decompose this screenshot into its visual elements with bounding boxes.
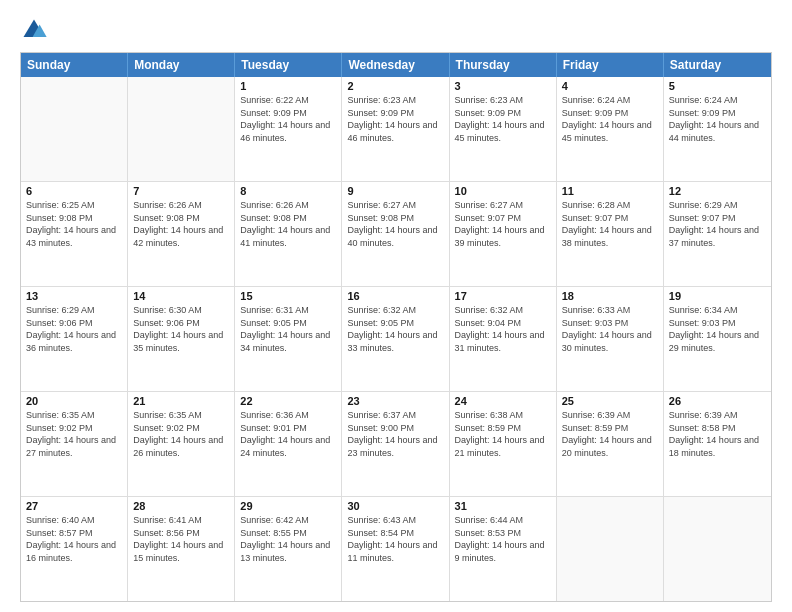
day-number: 12 <box>669 185 766 197</box>
day-info: Sunrise: 6:42 AM Sunset: 8:55 PM Dayligh… <box>240 514 336 564</box>
logo-icon <box>20 16 48 44</box>
day-info: Sunrise: 6:26 AM Sunset: 9:08 PM Dayligh… <box>240 199 336 249</box>
calendar-cell: 27Sunrise: 6:40 AM Sunset: 8:57 PM Dayli… <box>21 497 128 601</box>
day-info: Sunrise: 6:32 AM Sunset: 9:04 PM Dayligh… <box>455 304 551 354</box>
day-number: 8 <box>240 185 336 197</box>
day-number: 9 <box>347 185 443 197</box>
day-info: Sunrise: 6:44 AM Sunset: 8:53 PM Dayligh… <box>455 514 551 564</box>
calendar-cell <box>128 77 235 181</box>
day-number: 29 <box>240 500 336 512</box>
calendar-cell: 21Sunrise: 6:35 AM Sunset: 9:02 PM Dayli… <box>128 392 235 496</box>
logo <box>20 16 52 44</box>
day-number: 14 <box>133 290 229 302</box>
day-number: 27 <box>26 500 122 512</box>
calendar-cell: 25Sunrise: 6:39 AM Sunset: 8:59 PM Dayli… <box>557 392 664 496</box>
calendar-cell: 1Sunrise: 6:22 AM Sunset: 9:09 PM Daylig… <box>235 77 342 181</box>
calendar-cell: 31Sunrise: 6:44 AM Sunset: 8:53 PM Dayli… <box>450 497 557 601</box>
calendar-header: SundayMondayTuesdayWednesdayThursdayFrid… <box>21 53 771 77</box>
day-number: 24 <box>455 395 551 407</box>
header-day-sunday: Sunday <box>21 53 128 77</box>
day-number: 21 <box>133 395 229 407</box>
day-info: Sunrise: 6:22 AM Sunset: 9:09 PM Dayligh… <box>240 94 336 144</box>
calendar-cell: 30Sunrise: 6:43 AM Sunset: 8:54 PM Dayli… <box>342 497 449 601</box>
calendar-cell: 14Sunrise: 6:30 AM Sunset: 9:06 PM Dayli… <box>128 287 235 391</box>
header-day-saturday: Saturday <box>664 53 771 77</box>
day-info: Sunrise: 6:40 AM Sunset: 8:57 PM Dayligh… <box>26 514 122 564</box>
day-info: Sunrise: 6:31 AM Sunset: 9:05 PM Dayligh… <box>240 304 336 354</box>
day-number: 16 <box>347 290 443 302</box>
calendar-cell: 15Sunrise: 6:31 AM Sunset: 9:05 PM Dayli… <box>235 287 342 391</box>
day-info: Sunrise: 6:26 AM Sunset: 9:08 PM Dayligh… <box>133 199 229 249</box>
day-number: 18 <box>562 290 658 302</box>
day-number: 20 <box>26 395 122 407</box>
calendar-cell: 23Sunrise: 6:37 AM Sunset: 9:00 PM Dayli… <box>342 392 449 496</box>
day-number: 2 <box>347 80 443 92</box>
day-info: Sunrise: 6:37 AM Sunset: 9:00 PM Dayligh… <box>347 409 443 459</box>
day-number: 25 <box>562 395 658 407</box>
day-info: Sunrise: 6:23 AM Sunset: 9:09 PM Dayligh… <box>455 94 551 144</box>
day-info: Sunrise: 6:33 AM Sunset: 9:03 PM Dayligh… <box>562 304 658 354</box>
calendar-cell: 4Sunrise: 6:24 AM Sunset: 9:09 PM Daylig… <box>557 77 664 181</box>
day-info: Sunrise: 6:43 AM Sunset: 8:54 PM Dayligh… <box>347 514 443 564</box>
day-number: 22 <box>240 395 336 407</box>
day-info: Sunrise: 6:30 AM Sunset: 9:06 PM Dayligh… <box>133 304 229 354</box>
day-number: 5 <box>669 80 766 92</box>
calendar-row-5: 27Sunrise: 6:40 AM Sunset: 8:57 PM Dayli… <box>21 497 771 601</box>
day-info: Sunrise: 6:39 AM Sunset: 8:58 PM Dayligh… <box>669 409 766 459</box>
day-number: 31 <box>455 500 551 512</box>
header <box>20 16 772 44</box>
calendar-cell: 12Sunrise: 6:29 AM Sunset: 9:07 PM Dayli… <box>664 182 771 286</box>
day-info: Sunrise: 6:25 AM Sunset: 9:08 PM Dayligh… <box>26 199 122 249</box>
day-number: 26 <box>669 395 766 407</box>
header-day-friday: Friday <box>557 53 664 77</box>
calendar-cell: 5Sunrise: 6:24 AM Sunset: 9:09 PM Daylig… <box>664 77 771 181</box>
header-day-wednesday: Wednesday <box>342 53 449 77</box>
calendar-row-4: 20Sunrise: 6:35 AM Sunset: 9:02 PM Dayli… <box>21 392 771 497</box>
day-info: Sunrise: 6:24 AM Sunset: 9:09 PM Dayligh… <box>669 94 766 144</box>
day-number: 13 <box>26 290 122 302</box>
day-info: Sunrise: 6:29 AM Sunset: 9:07 PM Dayligh… <box>669 199 766 249</box>
calendar-cell: 3Sunrise: 6:23 AM Sunset: 9:09 PM Daylig… <box>450 77 557 181</box>
day-info: Sunrise: 6:28 AM Sunset: 9:07 PM Dayligh… <box>562 199 658 249</box>
day-number: 28 <box>133 500 229 512</box>
day-number: 7 <box>133 185 229 197</box>
day-info: Sunrise: 6:32 AM Sunset: 9:05 PM Dayligh… <box>347 304 443 354</box>
day-number: 1 <box>240 80 336 92</box>
calendar-cell: 2Sunrise: 6:23 AM Sunset: 9:09 PM Daylig… <box>342 77 449 181</box>
calendar-cell: 20Sunrise: 6:35 AM Sunset: 9:02 PM Dayli… <box>21 392 128 496</box>
calendar-cell: 26Sunrise: 6:39 AM Sunset: 8:58 PM Dayli… <box>664 392 771 496</box>
header-day-thursday: Thursday <box>450 53 557 77</box>
day-number: 4 <box>562 80 658 92</box>
day-number: 17 <box>455 290 551 302</box>
day-info: Sunrise: 6:34 AM Sunset: 9:03 PM Dayligh… <box>669 304 766 354</box>
header-day-monday: Monday <box>128 53 235 77</box>
calendar-cell: 10Sunrise: 6:27 AM Sunset: 9:07 PM Dayli… <box>450 182 557 286</box>
day-number: 3 <box>455 80 551 92</box>
calendar-cell: 11Sunrise: 6:28 AM Sunset: 9:07 PM Dayli… <box>557 182 664 286</box>
day-info: Sunrise: 6:35 AM Sunset: 9:02 PM Dayligh… <box>133 409 229 459</box>
calendar-cell: 8Sunrise: 6:26 AM Sunset: 9:08 PM Daylig… <box>235 182 342 286</box>
day-info: Sunrise: 6:24 AM Sunset: 9:09 PM Dayligh… <box>562 94 658 144</box>
day-info: Sunrise: 6:35 AM Sunset: 9:02 PM Dayligh… <box>26 409 122 459</box>
calendar-cell: 22Sunrise: 6:36 AM Sunset: 9:01 PM Dayli… <box>235 392 342 496</box>
page: SundayMondayTuesdayWednesdayThursdayFrid… <box>0 0 792 612</box>
calendar-cell: 17Sunrise: 6:32 AM Sunset: 9:04 PM Dayli… <box>450 287 557 391</box>
day-number: 30 <box>347 500 443 512</box>
calendar-cell: 16Sunrise: 6:32 AM Sunset: 9:05 PM Dayli… <box>342 287 449 391</box>
calendar-cell: 6Sunrise: 6:25 AM Sunset: 9:08 PM Daylig… <box>21 182 128 286</box>
day-number: 6 <box>26 185 122 197</box>
calendar-body: 1Sunrise: 6:22 AM Sunset: 9:09 PM Daylig… <box>21 77 771 601</box>
day-number: 11 <box>562 185 658 197</box>
day-number: 15 <box>240 290 336 302</box>
day-info: Sunrise: 6:23 AM Sunset: 9:09 PM Dayligh… <box>347 94 443 144</box>
calendar-row-1: 1Sunrise: 6:22 AM Sunset: 9:09 PM Daylig… <box>21 77 771 182</box>
day-info: Sunrise: 6:41 AM Sunset: 8:56 PM Dayligh… <box>133 514 229 564</box>
calendar-cell: 7Sunrise: 6:26 AM Sunset: 9:08 PM Daylig… <box>128 182 235 286</box>
day-number: 23 <box>347 395 443 407</box>
calendar-row-3: 13Sunrise: 6:29 AM Sunset: 9:06 PM Dayli… <box>21 287 771 392</box>
day-info: Sunrise: 6:36 AM Sunset: 9:01 PM Dayligh… <box>240 409 336 459</box>
day-info: Sunrise: 6:27 AM Sunset: 9:07 PM Dayligh… <box>455 199 551 249</box>
day-number: 10 <box>455 185 551 197</box>
calendar-cell: 29Sunrise: 6:42 AM Sunset: 8:55 PM Dayli… <box>235 497 342 601</box>
day-info: Sunrise: 6:39 AM Sunset: 8:59 PM Dayligh… <box>562 409 658 459</box>
